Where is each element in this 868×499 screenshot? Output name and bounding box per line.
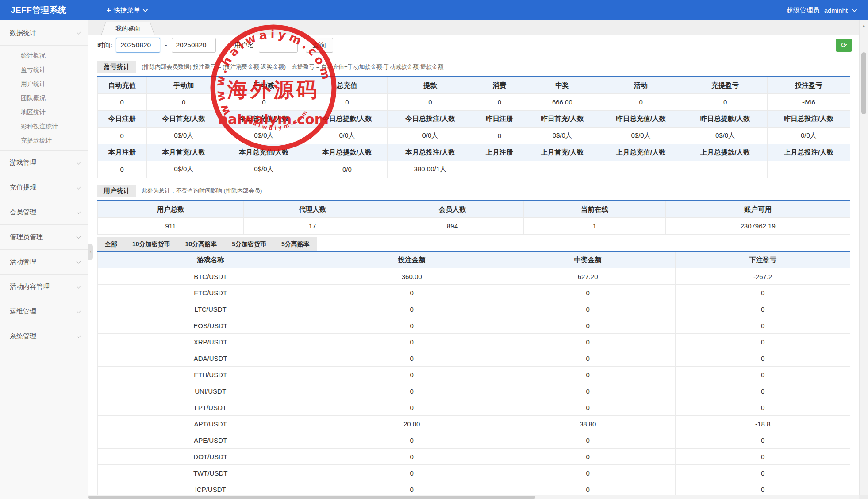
games-value: 0 [323, 399, 500, 416]
users-value: 1 [523, 218, 665, 235]
profit-value [599, 161, 683, 178]
profit-value: 0 [683, 94, 768, 111]
games-value: 0 [323, 301, 500, 317]
username-input[interactable] [259, 38, 298, 53]
sidebar-subitem[interactable]: 盈亏统计 [0, 62, 88, 77]
date-range-dash: - [165, 41, 167, 49]
games-value: ADA/USDT [98, 350, 323, 367]
profit-col-header: 昨日首充/人数 [526, 111, 599, 128]
profit-section-note: (排除内部会员数据) 投注盈亏 = (投注消费金额-返奖金额) 充提盈亏 = 自… [142, 63, 443, 71]
user-menu[interactable]: 超级管理员 adminht [787, 6, 856, 15]
sidebar-collapse-handle[interactable]: ‹ [88, 244, 93, 260]
sidebar-submenu: 统计概况盈亏统计用户统计团队概况地区统计彩种投注统计充提款统计 [0, 45, 88, 150]
horizontal-scrollbar[interactable] [88, 495, 859, 499]
games-col-header: 中奖金额 [500, 251, 676, 268]
games-value: 0 [500, 301, 676, 317]
sidebar-item[interactable]: 会员管理 [0, 200, 88, 224]
refresh-button[interactable]: ⟳ [836, 39, 852, 52]
table-row: XRP/USDT000 [98, 334, 850, 350]
sidebar-subitem[interactable]: 统计概况 [0, 48, 88, 62]
tab-my-desktop[interactable]: 我的桌面 [101, 22, 155, 35]
games-value: 38.80 [500, 416, 676, 432]
games-value: LPT/USDT [98, 399, 323, 416]
chevron-down-icon [77, 234, 81, 239]
profit-col-header: 上月总充值/人数 [599, 144, 683, 161]
games-value: 0 [323, 317, 500, 334]
profit-col-header: 昨日总投注/人数 [767, 111, 850, 128]
sidebar-subitem[interactable]: 团队概况 [0, 91, 88, 105]
table-row: EOS/USDT000 [98, 317, 850, 334]
vertical-scrollbar-thumb[interactable] [861, 52, 866, 114]
profit-value: 0 [599, 94, 683, 111]
sidebar-item-label: 会员管理 [10, 208, 77, 217]
table-row: 本月注册本月首充/人数本月总充值/人数本月总提款/人数本月总投注/人数上月注册上… [98, 144, 850, 161]
query-button[interactable]: 查询 [306, 38, 333, 53]
profit-value: 0$/0人 [146, 128, 221, 144]
users-col-header: 账户可用 [666, 201, 850, 218]
chevron-down-icon [143, 7, 148, 12]
games-table: 游戏名称投注金额中奖金额下注盈亏BTC/USDT360.00627.20-267… [97, 251, 850, 495]
profit-col-header: 上月注册 [473, 144, 526, 161]
sidebar-subitem[interactable]: 充提款统计 [0, 133, 88, 147]
games-value: 0 [500, 367, 676, 383]
tab-bar: 我的桌面 [88, 20, 859, 35]
date-to-input[interactable] [172, 38, 216, 53]
users-value: 911 [98, 218, 244, 235]
games-value: 0 [676, 481, 850, 496]
sidebar-item[interactable]: 活动管理 [0, 249, 88, 274]
profit-col-header: 本月注册 [98, 144, 147, 161]
games-value: 0 [500, 481, 676, 496]
games-value: 0 [323, 432, 500, 449]
game-filter-tab[interactable]: 10分加密货币 [125, 237, 178, 251]
games-col-header: 投注金额 [323, 251, 500, 268]
table-row: ETC/USDT000 [98, 285, 850, 301]
refresh-icon: ⟳ [841, 42, 847, 49]
quick-menu-button[interactable]: + 快捷菜单 [106, 6, 146, 15]
table-row: ICP/USDT000 [98, 481, 850, 496]
profit-value: 0 [98, 128, 147, 144]
games-value: EOS/USDT [98, 317, 323, 334]
vertical-scrollbar[interactable]: ▲ [859, 20, 868, 495]
profit-col-header: 今日首充/人数 [146, 111, 221, 128]
game-filter-tab[interactable]: 5分高赔率 [274, 237, 317, 251]
users-table: 用户总数代理人数会员人数当前在线账户可用9111789412307962.19 [97, 200, 850, 235]
date-from-input[interactable] [116, 38, 160, 53]
profit-value: 0$/0人 [599, 128, 683, 144]
users-col-header: 用户总数 [98, 201, 244, 218]
sidebar-item[interactable]: 游戏管理 [0, 150, 88, 175]
table-row: 00$/0人0$/0人0/0380.00/1人 [98, 161, 850, 178]
horizontal-scrollbar-thumb[interactable] [88, 496, 535, 499]
scroll-up-arrow-icon[interactable]: ▲ [860, 23, 868, 28]
chevron-down-icon [77, 333, 81, 338]
sidebar-item[interactable]: 数据统计 [0, 20, 88, 45]
table-row: DOT/USDT000 [98, 449, 850, 465]
games-value: -18.8 [676, 416, 850, 432]
game-filter-tab[interactable]: 10分高赔率 [178, 237, 225, 251]
sidebar-item[interactable]: 管理员管理 [0, 224, 88, 249]
profit-value: 0$/0人 [221, 128, 307, 144]
sidebar-item[interactable]: 系统管理 [0, 324, 88, 348]
content-area: 我的桌面 时间: - 用户名 查询 ⟳ 盈亏统计 (排除内部会员数据) 投注盈亏… [88, 20, 859, 495]
profit-col-header: 今日总提款/人数 [307, 111, 387, 128]
sidebar-subitem[interactable]: 彩种投注统计 [0, 119, 88, 133]
game-filter-tab[interactable]: 全部 [97, 237, 125, 251]
games-value: 0 [323, 367, 500, 383]
users-section-title: 用户统计 [97, 185, 136, 197]
profit-value: 0 [98, 94, 147, 111]
games-value: 0 [500, 334, 676, 350]
profit-value: 0$/0人 [146, 161, 221, 178]
sidebar-item[interactable]: 运维管理 [0, 299, 88, 324]
sidebar-item[interactable]: 充值提现 [0, 175, 88, 200]
profit-col-header: 中奖 [526, 77, 599, 94]
sidebar-item-label: 活动内容管理 [10, 282, 77, 291]
chevron-down-icon [77, 259, 81, 263]
profit-value: 0$/0人 [683, 128, 768, 144]
profit-section-header: 盈亏统计 (排除内部会员数据) 投注盈亏 = (投注消费金额-返奖金额) 充提盈… [97, 61, 850, 73]
time-label: 时间: [97, 41, 112, 50]
sidebar-subitem[interactable]: 用户统计 [0, 77, 88, 91]
sidebar-item[interactable]: 活动内容管理 [0, 274, 88, 299]
games-value: 0 [500, 432, 676, 449]
sidebar-subitem[interactable]: 地区统计 [0, 105, 88, 119]
game-filter-tab[interactable]: 5分加密货币 [224, 237, 274, 251]
profit-value: 0$/0人 [526, 128, 599, 144]
